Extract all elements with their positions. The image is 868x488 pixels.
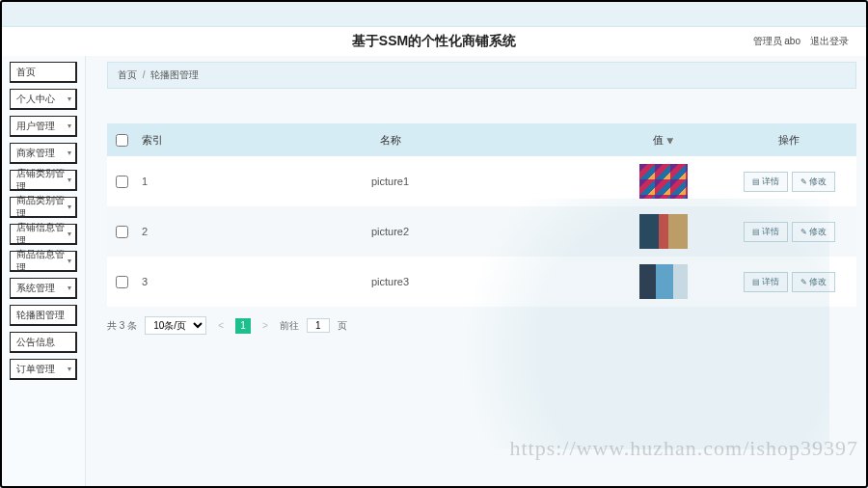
pagination: 共 3 条 10条/页 < 1 > 前往 页 <box>107 316 856 335</box>
sidebar-item-label: 系统管理 <box>16 282 55 295</box>
sidebar-item-label: 用户管理 <box>16 120 55 133</box>
sidebar-item-0[interactable]: 首页 <box>10 62 77 83</box>
thumbnail-image[interactable] <box>639 264 688 299</box>
table: 索引 名称 值 ⯆ 操作 1picture1▤ 详情✎ 修改2picture2▤… <box>107 123 856 307</box>
sidebar-item-label: 店铺类别管理 <box>16 167 68 194</box>
breadcrumb-home[interactable]: 首页 <box>118 69 137 80</box>
pager-page-suffix: 页 <box>338 319 347 333</box>
chevron-down-icon: ▾ <box>68 95 71 103</box>
list-icon: ▤ <box>752 177 760 186</box>
chevron-down-icon: ▾ <box>68 176 71 184</box>
sidebar-item-8[interactable]: 系统管理▾ <box>10 278 77 299</box>
cell-actions: ▤ 详情✎ 修改 <box>721 272 856 292</box>
sidebar-item-2[interactable]: 用户管理▾ <box>10 116 77 137</box>
row-checkbox[interactable] <box>116 226 128 238</box>
edit-icon: ✎ <box>800 177 807 186</box>
sidebar-item-10[interactable]: 公告信息 <box>10 332 77 353</box>
cell-actions: ▤ 详情✎ 修改 <box>721 172 856 192</box>
sidebar-item-label: 店铺信息管理 <box>16 221 68 248</box>
chevron-down-icon: ▾ <box>68 122 71 130</box>
cell-checkbox <box>107 226 136 238</box>
sidebar-item-6[interactable]: 店铺信息管理▾ <box>10 224 77 245</box>
col-header-index: 索引 <box>136 134 175 146</box>
breadcrumb-separator: / <box>143 69 146 80</box>
sidebar-item-7[interactable]: 商品信息管理▾ <box>10 251 77 272</box>
breadcrumb-current: 轮播图管理 <box>150 69 199 80</box>
content-area: 首页 / 轮播图管理 索引 名称 值 ⯆ 操作 1picture1▤ 详情✎ 修… <box>85 56 868 488</box>
cell-name: picture3 <box>175 276 606 287</box>
sidebar-item-4[interactable]: 店铺类别管理▾ <box>10 170 77 191</box>
cell-checkbox <box>107 276 136 288</box>
pager-prev[interactable]: < <box>214 320 228 331</box>
watermark-text: https://www.huzhan.com/ishop39397 <box>509 436 858 461</box>
pager-goto-input[interactable] <box>307 318 330 333</box>
col-header-checkbox <box>107 134 136 147</box>
app-title: 基于SSM的个性化商铺系统 <box>352 33 516 50</box>
cell-name: picture1 <box>175 176 606 187</box>
table-row: 1picture1▤ 详情✎ 修改 <box>107 156 856 206</box>
sidebar-item-9[interactable]: 轮播图管理 <box>10 305 77 326</box>
cell-actions: ▤ 详情✎ 修改 <box>721 222 856 242</box>
cell-index: 1 <box>136 176 175 187</box>
sidebar-item-label: 商家管理 <box>16 147 55 160</box>
edit-button[interactable]: ✎ 修改 <box>792 222 835 242</box>
detail-button[interactable]: ▤ 详情 <box>744 222 788 242</box>
cell-value <box>606 264 721 299</box>
pager-next[interactable]: > <box>258 320 272 331</box>
edit-button[interactable]: ✎ 修改 <box>792 272 835 292</box>
sidebar-item-label: 商品类别管理 <box>16 194 68 221</box>
table-row: 2picture2▤ 详情✎ 修改 <box>107 206 856 257</box>
top-band <box>0 0 868 27</box>
detail-button[interactable]: ▤ 详情 <box>744 272 788 292</box>
sidebar-item-1[interactable]: 个人中心▾ <box>10 89 77 110</box>
table-header: 索引 名称 值 ⯆ 操作 <box>107 123 856 156</box>
admin-label[interactable]: 管理员 abo <box>753 35 800 48</box>
header-right: 管理员 abo 退出登录 <box>753 27 849 56</box>
thumbnail-image[interactable] <box>639 164 688 199</box>
table-body: 1picture1▤ 详情✎ 修改2picture2▤ 详情✎ 修改3pictu… <box>107 156 856 307</box>
edit-icon: ✎ <box>800 228 807 236</box>
list-icon: ▤ <box>752 278 760 286</box>
header: 基于SSM的个性化商铺系统 管理员 abo 退出登录 <box>0 27 868 56</box>
sidebar-item-label: 公告信息 <box>16 336 55 349</box>
pager-current-page[interactable]: 1 <box>235 318 251 334</box>
chevron-down-icon: ▾ <box>68 203 71 211</box>
cell-value <box>606 214 721 249</box>
chevron-down-icon: ▾ <box>68 284 71 292</box>
col-header-name[interactable]: 名称 <box>175 133 606 148</box>
cell-name: picture2 <box>175 226 606 237</box>
chevron-down-icon: ▾ <box>68 257 71 265</box>
sidebar-item-3[interactable]: 商家管理▾ <box>10 143 77 164</box>
sidebar-item-label: 个人中心 <box>16 93 55 106</box>
cell-index: 2 <box>136 226 175 237</box>
chevron-down-icon: ▾ <box>68 365 71 373</box>
sidebar: 首页个人中心▾用户管理▾商家管理▾店铺类别管理▾商品类别管理▾店铺信息管理▾商品… <box>0 56 85 488</box>
col-header-value[interactable]: 值 ⯆ <box>606 133 721 148</box>
thumbnail-image[interactable] <box>639 214 688 249</box>
sidebar-item-label: 首页 <box>16 66 36 79</box>
chevron-down-icon: ▾ <box>68 230 71 238</box>
row-checkbox[interactable] <box>116 176 128 188</box>
edit-button[interactable]: ✎ 修改 <box>792 172 835 192</box>
cell-checkbox <box>107 176 136 188</box>
list-icon: ▤ <box>752 228 760 236</box>
sidebar-item-label: 轮播图管理 <box>16 309 65 322</box>
pager-goto-label: 前往 <box>280 319 299 333</box>
chevron-down-icon: ▾ <box>68 149 71 157</box>
cell-index: 3 <box>136 276 175 287</box>
sidebar-item-5[interactable]: 商品类别管理▾ <box>10 197 77 218</box>
detail-button[interactable]: ▤ 详情 <box>744 172 788 192</box>
logout-link[interactable]: 退出登录 <box>810 35 849 48</box>
select-all-checkbox[interactable] <box>116 134 128 147</box>
edit-icon: ✎ <box>800 278 807 286</box>
cell-value <box>606 164 721 199</box>
breadcrumb: 首页 / 轮播图管理 <box>107 62 856 89</box>
sort-icon: ⯆ <box>666 137 674 146</box>
col-header-action: 操作 <box>721 133 856 148</box>
sidebar-item-11[interactable]: 订单管理▾ <box>10 359 77 380</box>
row-checkbox[interactable] <box>116 276 128 288</box>
table-row: 3picture3▤ 详情✎ 修改 <box>107 257 856 307</box>
pager-total: 共 3 条 <box>107 319 137 333</box>
pager-pagesize-select[interactable]: 10条/页 <box>145 316 206 335</box>
sidebar-item-label: 商品信息管理 <box>16 248 68 275</box>
